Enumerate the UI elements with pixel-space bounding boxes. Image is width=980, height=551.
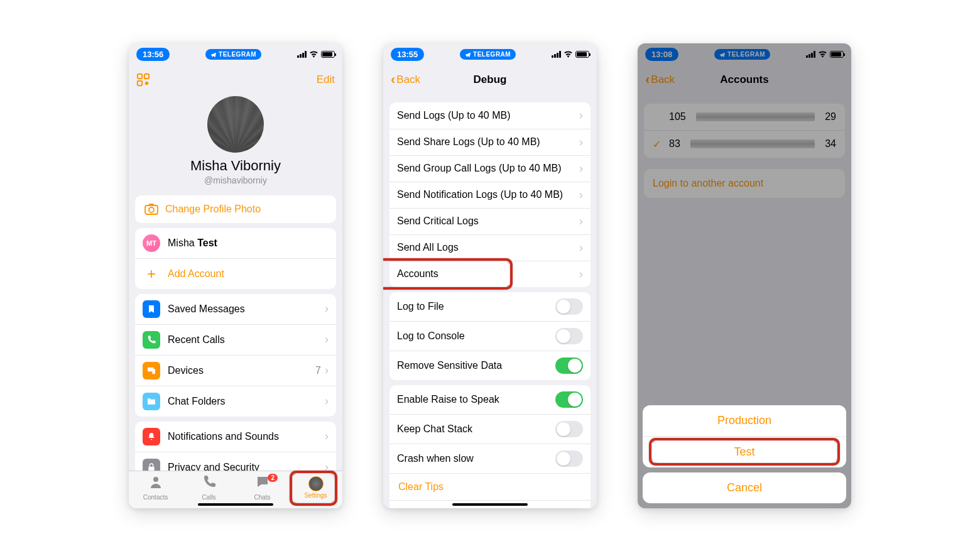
change-photo-row[interactable]: Change Profile Photo	[135, 195, 336, 223]
badge: 2	[268, 474, 278, 482]
row-label: Send All Logs	[397, 242, 579, 253]
folders-row[interactable]: Chat Folders ›	[135, 386, 336, 417]
toggle[interactable]	[555, 391, 583, 408]
toggle[interactable]	[555, 357, 583, 374]
phone-icon	[202, 474, 217, 493]
row-label: Send Critical Logs	[397, 215, 579, 227]
telegram-pill-label: TELEGRAM	[473, 51, 511, 58]
send-critical-logs-row[interactable]: Send Critical Logs›	[389, 208, 591, 234]
wifi-icon	[564, 49, 573, 60]
folder-icon	[143, 393, 160, 410]
back-button[interactable]: ‹Back	[391, 72, 420, 88]
battery-icon	[321, 51, 335, 58]
chevron-icon: ›	[579, 109, 583, 122]
devices-label: Devices	[168, 365, 315, 376]
send-notif-logs-row[interactable]: Send Notification Logs (Up to 40 MB)›	[389, 182, 591, 208]
nav-bar: Edit	[129, 66, 342, 94]
chevron-icon: ›	[579, 268, 583, 281]
crash-when-slow-row[interactable]: Crash when slow	[389, 444, 591, 473]
recent-label: Recent Calls	[168, 334, 325, 346]
notif-label: Notifications and Sounds	[168, 431, 325, 442]
status-bar: 13:55 TELEGRAM	[383, 43, 597, 66]
toggle[interactable]	[555, 298, 583, 315]
row-label: Send Notification Logs (Up to 40 MB)	[397, 189, 579, 200]
highlight-settings-tab	[290, 471, 337, 506]
row-label: Send Share Logs (Up to 40 MB)	[397, 136, 579, 148]
account-row[interactable]: MT Misha Test	[135, 228, 336, 258]
recent-calls-row[interactable]: Recent Calls ›	[135, 324, 336, 355]
status-time: 13:56	[136, 48, 170, 61]
chevron-icon: ›	[579, 162, 583, 175]
status-icons	[552, 49, 589, 60]
privacy-row[interactable]: Privacy and Security ›	[135, 452, 336, 471]
row-label: Send Logs (Up to 40 MB)	[397, 110, 579, 121]
log-to-file-row[interactable]: Log to File	[389, 292, 591, 321]
telegram-pill: TELEGRAM	[205, 49, 261, 60]
camera-icon	[144, 202, 159, 217]
account-label: Misha Test	[168, 237, 329, 249]
signal-icon	[297, 51, 307, 58]
chevron-icon: ›	[325, 430, 329, 443]
signal-icon	[552, 51, 561, 58]
telegram-pill: TELEGRAM	[460, 49, 516, 60]
row-label: Log to Console	[397, 330, 555, 342]
remove-sensitive-row[interactable]: Remove Sensitive Data	[389, 351, 591, 380]
person-icon	[148, 474, 163, 493]
row-label: Crash when slow	[397, 453, 555, 464]
tab-contacts[interactable]: Contacts	[129, 471, 182, 508]
chevron-icon: ›	[325, 395, 329, 408]
add-account-label: Add Account	[168, 268, 329, 280]
change-photo-label: Change Profile Photo	[165, 204, 329, 215]
status-icons	[297, 50, 335, 60]
saved-label: Saved Messages	[168, 303, 325, 315]
content: Misha Viborniy @mishaviborniy Change Pro…	[129, 94, 342, 471]
raise-to-speak-row[interactable]: Enable Raise to Speak	[389, 385, 591, 414]
svg-point-3	[145, 81, 149, 85]
lock-icon	[143, 459, 160, 471]
send-logs-row[interactable]: Send Logs (Up to 40 MB)›	[389, 102, 591, 129]
send-share-logs-row[interactable]: Send Share Logs (Up to 40 MB)›	[389, 129, 591, 155]
profile-avatar[interactable]	[207, 96, 264, 153]
send-group-logs-row[interactable]: Send Group Call Logs (Up to 40 MB)›	[389, 155, 591, 182]
toggle[interactable]	[555, 421, 583, 437]
saved-messages-row[interactable]: Saved Messages ›	[135, 294, 336, 324]
send-all-logs-row[interactable]: Send All Logs›	[389, 234, 591, 261]
svg-point-10	[153, 477, 158, 482]
sheet-cancel-button[interactable]: Cancel	[643, 472, 846, 503]
chevron-icon: ›	[325, 461, 329, 471]
chevron-icon: ›	[325, 333, 329, 346]
add-account-row[interactable]: + Add Account	[135, 258, 336, 289]
keep-chat-stack-row[interactable]: Keep Chat Stack	[389, 414, 591, 444]
toggle[interactable]	[555, 328, 583, 344]
tab-label: Contacts	[143, 494, 168, 501]
phone-icon	[143, 331, 160, 349]
highlight-test-button	[649, 438, 840, 466]
content: Send Logs (Up to 40 MB)› Send Share Logs…	[383, 94, 597, 508]
highlight-accounts-row	[383, 258, 513, 290]
svg-point-5	[149, 207, 154, 212]
bookmark-icon	[143, 300, 160, 318]
home-indicator	[198, 503, 273, 506]
chevron-icon: ›	[579, 241, 583, 254]
screen-accounts: 13:08 TELEGRAM ‹Back Accounts 105 29 ✓ 8…	[638, 43, 851, 508]
battery-icon	[575, 51, 589, 58]
screen-settings: 13:56 TELEGRAM Edit Misha Viborniy @mish…	[129, 43, 342, 508]
row-label: Send Group Call Logs (Up to 40 MB)	[397, 163, 579, 174]
profile-username: @mishaviborniy	[129, 175, 342, 185]
edit-button[interactable]: Edit	[317, 74, 335, 86]
status-bar: 13:56 TELEGRAM	[129, 43, 342, 66]
chevron-icon: ›	[579, 136, 583, 149]
chevron-icon: ›	[325, 302, 329, 315]
clear-tips-row[interactable]: Clear Tips	[389, 473, 591, 500]
log-to-console-row[interactable]: Log to Console	[389, 321, 591, 351]
devices-row[interactable]: Devices 7 ›	[135, 355, 336, 386]
notifications-row[interactable]: Notifications and Sounds ›	[135, 422, 336, 452]
sheet-production-button[interactable]: Production	[643, 405, 846, 436]
row-label: Log to File	[397, 301, 555, 312]
toggle[interactable]	[555, 450, 583, 467]
qr-icon[interactable]	[136, 73, 150, 87]
svg-rect-7	[152, 369, 155, 374]
row-label: Remove Sensitive Data	[397, 360, 555, 371]
svg-rect-1	[144, 74, 149, 78]
folders-label: Chat Folders	[168, 396, 325, 407]
